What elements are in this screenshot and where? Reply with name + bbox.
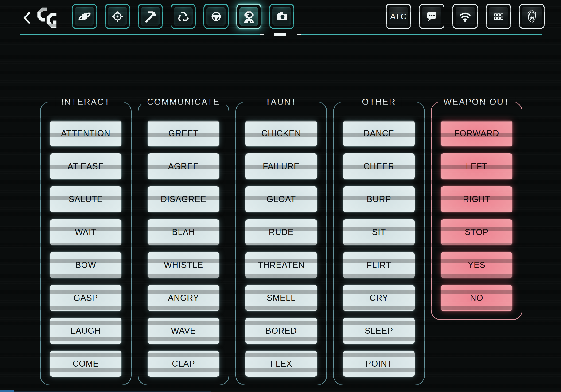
emote-button-yes[interactable]: YES (441, 252, 512, 278)
emote-button-rude[interactable]: RUDE (246, 219, 317, 245)
emote-button-left[interactable]: LEFT (441, 153, 512, 179)
emote-button-bow[interactable]: BOW (50, 252, 121, 278)
emote-button-angry[interactable]: ANGRY (148, 285, 219, 311)
emote-button-sit[interactable]: SIT (343, 219, 415, 245)
emote-button-laugh[interactable]: LAUGH (50, 318, 121, 344)
faction-emblem-button[interactable] (519, 4, 545, 29)
comms-signal-button[interactable] (453, 4, 478, 29)
emote-button-disagree[interactable]: DISAGREE (148, 186, 219, 212)
emote-button-flirt[interactable]: FLIRT (343, 252, 415, 278)
emote-button-cheer[interactable]: CHEER (343, 153, 415, 179)
astronaut-emote-icon (239, 7, 259, 26)
mobiglas-logo-icon (33, 7, 61, 29)
emote-button-attention[interactable]: ATTENTION (50, 120, 121, 146)
emblem-icon (522, 7, 541, 26)
app-emote-button[interactable] (236, 4, 261, 29)
emote-button-wave[interactable]: WAVE (148, 318, 219, 344)
camera-icon (272, 7, 291, 26)
group-title: COMMUNICATE (141, 97, 226, 107)
emote-button-agree[interactable]: AGREE (148, 153, 219, 179)
bottom-left-blue-strip (0, 390, 14, 392)
pickaxe-icon (141, 7, 160, 26)
app-salvage-button[interactable] (171, 4, 196, 29)
emote-button-sleep[interactable]: SLEEP (343, 318, 415, 344)
emote-button-flex[interactable]: FLEX (246, 351, 317, 377)
emote-button-burp[interactable]: BURP (343, 186, 415, 212)
emote-button-whistle[interactable]: WHISTLE (148, 252, 219, 278)
emote-button-stop[interactable]: STOP (441, 219, 512, 245)
emote-button-blah[interactable]: BLAH (148, 219, 219, 245)
emote-button-gloat[interactable]: GLOAT (246, 186, 317, 212)
bottom-edge-glow (0, 391, 211, 392)
toolbar-underline-cap-left (260, 34, 264, 35)
app-vehicle-button[interactable] (204, 4, 229, 29)
app-mining-button[interactable] (138, 4, 163, 29)
emote-button-threaten[interactable]: THREATEN (246, 252, 317, 278)
app-target-button[interactable] (105, 4, 130, 29)
app-grid-icon (489, 7, 508, 26)
app-planet-button[interactable] (72, 4, 97, 29)
toolbar: ATC (0, 0, 561, 38)
planet-icon (75, 7, 94, 26)
wifi-icon (455, 7, 475, 26)
toolbar-underline-left (20, 34, 260, 35)
group-title: TAUNT (259, 97, 303, 107)
emote-button-no[interactable]: NO (441, 285, 512, 311)
recycle-icon (174, 7, 193, 26)
toolbar-underline-cap-right (297, 34, 301, 35)
emote-button-come[interactable]: COME (50, 351, 121, 377)
emote-button-wait[interactable]: WAIT (50, 219, 121, 245)
emote-button-chicken[interactable]: CHICKEN (246, 120, 317, 146)
app-grid-button[interactable] (486, 4, 511, 29)
chat-button[interactable] (419, 4, 444, 29)
back-button[interactable] (22, 7, 61, 29)
emote-button-at-ease[interactable]: AT EASE (50, 153, 121, 179)
toolbar-underline-right (301, 34, 541, 35)
emote-button-gasp[interactable]: GASP (50, 285, 121, 311)
atc-button[interactable]: ATC (386, 4, 411, 29)
emote-button-salute[interactable]: SALUTE (50, 186, 121, 212)
emote-group-weapon-out: WEAPON OUT FORWARD LEFT RIGHT STOP YES N… (431, 101, 522, 320)
app-camera-button[interactable] (269, 4, 294, 29)
target-icon (108, 7, 127, 26)
toolbar-tab-indicator (274, 33, 286, 36)
group-title: INTERACT (56, 97, 116, 107)
atc-label: ATC (389, 7, 408, 26)
emote-group-communicate: COMMUNICATE GREET AGREE DISAGREE BLAH WH… (138, 101, 229, 385)
emote-button-smell[interactable]: SMELL (246, 285, 317, 311)
emote-button-right[interactable]: RIGHT (441, 186, 512, 212)
emote-button-clap[interactable]: CLAP (148, 351, 219, 377)
emote-button-point[interactable]: POINT (343, 351, 415, 377)
atc-text: ATC (390, 12, 407, 21)
emote-group-interact: INTERACT ATTENTION AT EASE SALUTE WAIT B… (40, 101, 131, 385)
group-title: OTHER (356, 97, 402, 107)
group-title: WEAPON OUT (438, 97, 516, 107)
emote-button-failure[interactable]: FAILURE (246, 153, 317, 179)
steering-wheel-icon (206, 7, 226, 26)
back-chevron-icon (22, 10, 32, 26)
emote-button-bored[interactable]: BORED (246, 318, 317, 344)
emote-button-dance[interactable]: DANCE (343, 120, 415, 146)
emote-group-other: OTHER DANCE CHEER BURP SIT FLIRT CRY SLE… (333, 101, 425, 385)
emote-button-forward[interactable]: FORWARD (441, 120, 512, 146)
emote-button-greet[interactable]: GREET (148, 120, 219, 146)
emote-button-cry[interactable]: CRY (343, 285, 415, 311)
chat-icon (422, 7, 442, 26)
emote-group-taunt: TAUNT CHICKEN FAILURE GLOAT RUDE THREATE… (235, 101, 327, 385)
